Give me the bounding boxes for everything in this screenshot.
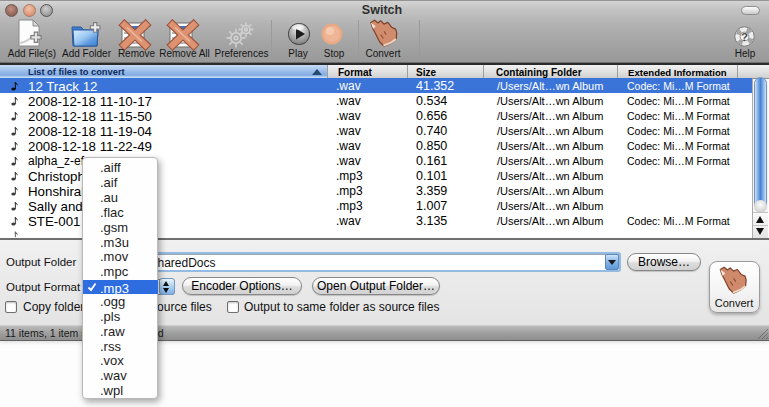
- svg-text:?: ?: [741, 31, 748, 43]
